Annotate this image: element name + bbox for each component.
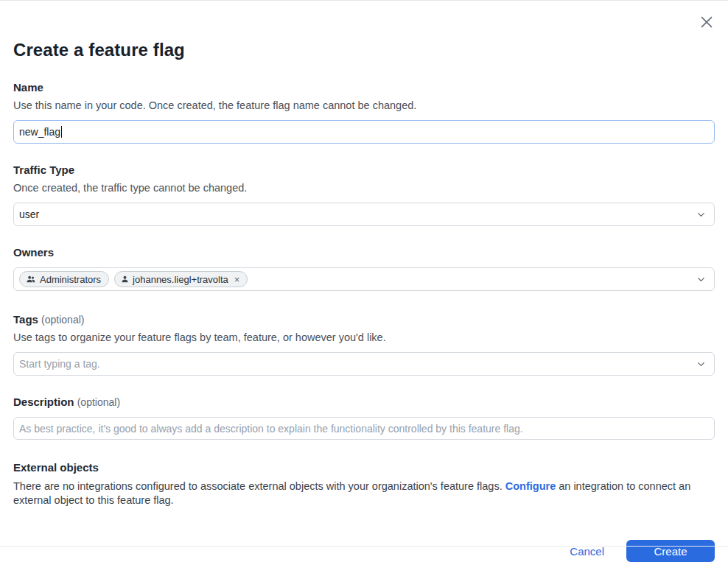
modal-bottom-divider (0, 546, 728, 547)
traffic-type-value: user (19, 208, 39, 220)
owner-chip-label: johannes.liegl+travolta (133, 274, 228, 285)
cancel-button[interactable]: Cancel (570, 545, 604, 558)
name-input-value: new_flag (19, 126, 60, 138)
tags-label-text: Tags (13, 313, 38, 326)
chevron-down-icon (696, 209, 707, 220)
external-text-before: There are no integrations configured to … (13, 480, 505, 492)
owners-multiselect[interactable]: Administrators johannes.liegl+travolta × (13, 267, 715, 291)
traffic-type-helper: Once created, the traffic type cannot be… (13, 181, 715, 195)
modal-footer: Cancel Create (13, 540, 715, 562)
tags-optional-text: (optional) (41, 314, 84, 326)
external-objects-text: There are no integrations configured to … (13, 480, 715, 507)
tags-select[interactable]: Start typing a tag. (13, 352, 715, 376)
description-label-text: Description (13, 396, 74, 408)
name-input[interactable]: new_flag (13, 120, 715, 144)
external-objects-label: External objects (13, 460, 715, 475)
description-optional-text: (optional) (77, 396, 120, 408)
owner-chip-user[interactable]: johannes.liegl+travolta × (114, 271, 248, 287)
tags-helper: Use tags to organize your feature flags … (13, 331, 715, 345)
owner-chip-administrators[interactable]: Administrators (19, 271, 109, 287)
remove-icon[interactable]: × (234, 275, 240, 284)
traffic-type-label: Traffic Type (13, 163, 715, 178)
name-helper: Use this name in your code. Once created… (13, 99, 715, 113)
tags-label: Tags (optional) (13, 312, 715, 327)
create-feature-flag-modal: Create a feature flag Name Use this name… (0, 0, 728, 562)
owners-chips: Administrators johannes.liegl+travolta × (19, 271, 248, 287)
owners-label: Owners (13, 245, 715, 260)
owner-chip-label: Administrators (40, 274, 101, 285)
description-placeholder: As best practice, it's good to always ad… (19, 423, 523, 435)
chevron-down-icon (696, 274, 707, 285)
tags-placeholder: Start typing a tag. (19, 358, 100, 370)
traffic-type-select[interactable]: user (13, 203, 715, 226)
user-icon (121, 275, 129, 284)
name-label: Name (13, 80, 715, 95)
group-icon (26, 275, 36, 284)
description-input[interactable]: As best practice, it's good to always ad… (13, 417, 715, 440)
create-button[interactable]: Create (626, 540, 715, 562)
chevron-down-icon (696, 359, 707, 370)
modal-title: Create a feature flag (13, 39, 715, 61)
close-icon[interactable] (697, 13, 716, 32)
configure-link[interactable]: Configure (505, 480, 556, 492)
description-label: Description (optional) (13, 395, 715, 410)
text-cursor (61, 126, 62, 138)
